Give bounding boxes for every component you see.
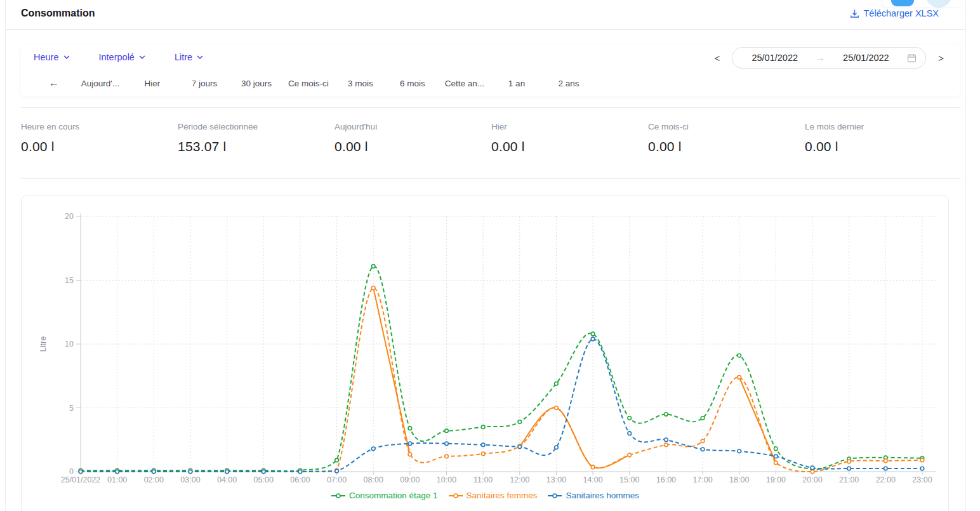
- date-end-input[interactable]: 25/01/2022: [833, 53, 899, 63]
- stat-le-mois-dernier: Le mois dernier 0.00 l: [805, 122, 962, 154]
- svg-text:17:00: 17:00: [692, 475, 712, 484]
- legend-marker-icon: [547, 493, 562, 499]
- chevron-down-icon: [63, 55, 70, 59]
- svg-text:20:00: 20:00: [802, 475, 822, 484]
- filter-card: Heure Interpolé Litre < 25/01/2022 → 25/…: [21, 44, 960, 96]
- consumption-chart[interactable]: 25/01/202201:0002:0003:0004:0005:0006:00…: [22, 196, 948, 488]
- main-panel: Consommation Télécharger XLSX Heure Inte…: [5, 0, 966, 511]
- period-tabs-row: ← Aujourd'... Hier 7 jours 30 jours Ce m…: [21, 70, 960, 96]
- stat-label: Le mois dernier: [805, 122, 962, 131]
- svg-text:0: 0: [69, 467, 74, 476]
- stat-label: Hier: [491, 122, 648, 131]
- svg-text:10:00: 10:00: [437, 475, 456, 484]
- prev-period-button[interactable]: <: [712, 51, 722, 65]
- svg-text:07:00: 07:00: [327, 475, 347, 484]
- calendar-icon: [907, 53, 917, 63]
- stat-value: 0.00 l: [491, 139, 648, 154]
- svg-text:02:00: 02:00: [144, 475, 164, 484]
- overlay-pill-button[interactable]: [891, 0, 914, 6]
- stat-ce-mois-ci: Ce mois-ci 0.00 l: [648, 122, 805, 154]
- legend-item-consommation-etage-1[interactable]: Consommation étage 1: [331, 491, 438, 500]
- tab-cette-annee[interactable]: Cette an...: [439, 79, 491, 88]
- page-title: Consommation: [21, 8, 95, 19]
- dropdown-granularity[interactable]: Heure: [34, 52, 70, 62]
- svg-text:25/01/2022: 25/01/2022: [61, 475, 101, 484]
- overlay-avatar: [925, 0, 952, 8]
- stat-label: Ce mois-ci: [648, 122, 805, 131]
- tab-3-mois[interactable]: 3 mois: [334, 79, 387, 88]
- tabs-scroll-left-icon[interactable]: ←: [46, 77, 62, 90]
- svg-text:14:00: 14:00: [583, 475, 602, 484]
- download-label: Télécharger XLSX: [864, 8, 939, 18]
- stat-heure-en-cours: Heure en cours 0.00 l: [21, 122, 178, 154]
- stat-aujourdhui: Aujourd'hui 0.00 l: [334, 122, 491, 154]
- legend-marker-icon: [448, 493, 463, 499]
- filter-row: Heure Interpolé Litre < 25/01/2022 → 25/…: [21, 44, 960, 70]
- svg-text:06:00: 06:00: [290, 475, 310, 484]
- stat-periode-selectionnee: Période sélectionnée 153.07 l: [178, 122, 334, 154]
- dropdown-unit[interactable]: Litre: [175, 52, 203, 62]
- date-start-input[interactable]: 25/01/2022: [741, 53, 808, 63]
- chevron-down-icon: [139, 55, 145, 59]
- dropdown-unit-label: Litre: [175, 52, 192, 62]
- svg-text:13:00: 13:00: [546, 475, 566, 484]
- stat-value: 0.00 l: [648, 139, 805, 154]
- legend-label: Sanitaires femmes: [467, 491, 538, 500]
- svg-text:15: 15: [65, 276, 74, 285]
- legend-item-sanitaires-femmes[interactable]: Sanitaires femmes: [448, 491, 538, 500]
- legend-label: Sanitaires hommes: [566, 491, 639, 500]
- stat-value: 0.00 l: [334, 139, 491, 154]
- legend-item-sanitaires-hommes[interactable]: Sanitaires hommes: [547, 491, 639, 500]
- tab-2-ans[interactable]: 2 ans: [543, 79, 595, 88]
- tab-1-an[interactable]: 1 an: [491, 79, 543, 88]
- svg-text:5: 5: [69, 404, 74, 413]
- tab-ce-mois-ci[interactable]: Ce mois-ci: [282, 79, 334, 88]
- download-icon: [850, 9, 859, 18]
- svg-text:11:00: 11:00: [473, 475, 493, 484]
- tab-aujourdhui[interactable]: Aujourd'...: [74, 79, 126, 88]
- stats-row: Heure en cours 0.00 l Période sélectionn…: [21, 122, 962, 154]
- svg-text:20: 20: [65, 212, 74, 221]
- stat-label: Heure en cours: [21, 122, 178, 131]
- period-tabs: Aujourd'... Hier 7 jours 30 jours Ce moi…: [74, 79, 595, 88]
- stat-value: 0.00 l: [805, 139, 962, 154]
- svg-text:16:00: 16:00: [656, 475, 676, 484]
- legend-marker-icon: [331, 493, 346, 499]
- dropdown-interpolation-label: Interpolé: [99, 52, 135, 62]
- svg-text:19:00: 19:00: [766, 475, 786, 484]
- stat-value: 0.00 l: [21, 139, 178, 154]
- svg-text:23:00: 23:00: [912, 475, 932, 484]
- dropdown-granularity-label: Heure: [34, 52, 59, 62]
- svg-text:09:00: 09:00: [400, 475, 420, 484]
- svg-text:12:00: 12:00: [510, 475, 529, 484]
- svg-text:05:00: 05:00: [254, 475, 274, 484]
- next-period-button[interactable]: >: [936, 51, 946, 65]
- tab-30-jours[interactable]: 30 jours: [230, 79, 282, 88]
- svg-text:Litre: Litre: [39, 336, 48, 352]
- svg-text:01:00: 01:00: [107, 475, 127, 484]
- svg-text:22:00: 22:00: [876, 475, 896, 484]
- svg-text:21:00: 21:00: [839, 475, 859, 484]
- date-range-picker[interactable]: 25/01/2022 → 25/01/2022: [732, 47, 926, 69]
- tab-6-mois[interactable]: 6 mois: [387, 79, 439, 88]
- download-xlsx-button[interactable]: Télécharger XLSX: [850, 8, 939, 18]
- overlay-popup-cutoff: [882, 0, 961, 8]
- svg-text:15:00: 15:00: [619, 475, 639, 484]
- page-header: Consommation Télécharger XLSX: [6, 0, 965, 30]
- date-range-control: < 25/01/2022 → 25/01/2022 >: [712, 46, 946, 69]
- svg-text:03:00: 03:00: [180, 475, 200, 484]
- stat-value: 153.07 l: [178, 139, 334, 154]
- legend-label: Consommation étage 1: [349, 491, 438, 500]
- tab-7-jours[interactable]: 7 jours: [178, 79, 230, 88]
- chart-card: 25/01/202201:0002:0003:0004:0005:0006:00…: [21, 196, 949, 511]
- divider: [21, 178, 960, 179]
- svg-text:04:00: 04:00: [217, 475, 237, 484]
- tab-hier[interactable]: Hier: [126, 79, 178, 88]
- chart-legend: Consommation étage 1 Sanitaires femmes S…: [22, 491, 948, 500]
- dropdown-interpolation[interactable]: Interpolé: [99, 52, 145, 62]
- divider: [21, 107, 960, 108]
- chevron-down-icon: [197, 55, 203, 59]
- stat-label: Aujourd'hui: [334, 122, 491, 131]
- stat-label: Période sélectionnée: [178, 122, 334, 131]
- svg-text:10: 10: [65, 340, 74, 348]
